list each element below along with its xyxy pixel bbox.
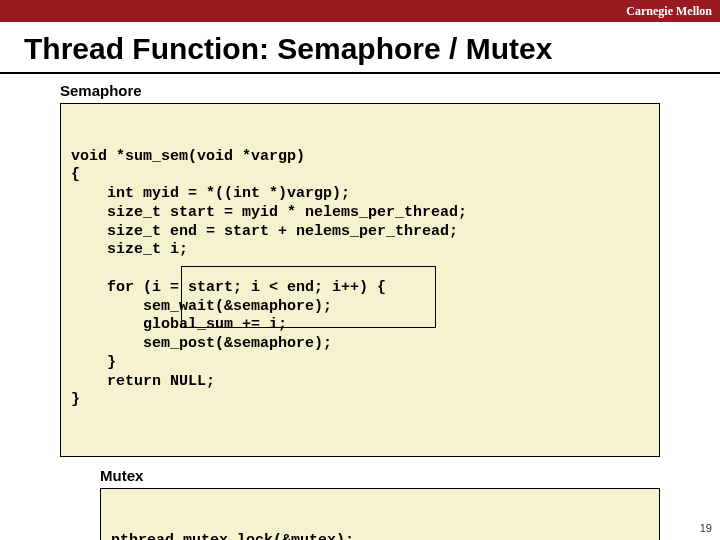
brand-text: Carnegie Mellon bbox=[626, 4, 712, 18]
mutex-label: Mutex bbox=[100, 467, 720, 484]
semaphore-code-box: void *sum_sem(void *vargp) { int myid = … bbox=[60, 103, 660, 457]
mutex-code-box: pthread_mutex_lock(&mutex); global_sum +… bbox=[100, 488, 660, 541]
top-bar: Carnegie Mellon bbox=[0, 0, 720, 22]
page-number: 19 bbox=[700, 522, 712, 534]
semaphore-code: void *sum_sem(void *vargp) { int myid = … bbox=[71, 148, 649, 411]
semaphore-label: Semaphore bbox=[60, 82, 720, 99]
mutex-code: pthread_mutex_lock(&mutex); global_sum +… bbox=[111, 532, 649, 540]
slide-title: Thread Function: Semaphore / Mutex bbox=[0, 22, 720, 74]
